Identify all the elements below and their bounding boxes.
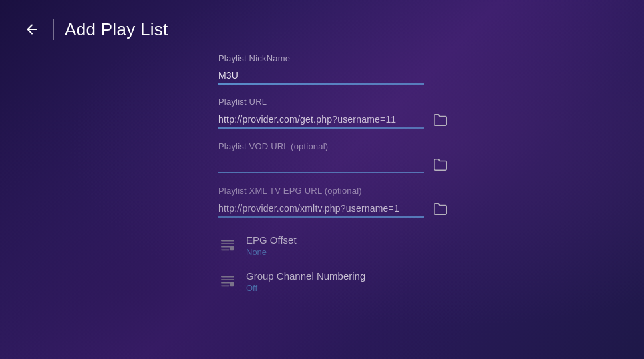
- epg-offset-value: None: [246, 247, 297, 257]
- group-channel-numbering-item[interactable]: Group Channel Numbering Off: [218, 266, 644, 293]
- svg-rect-9: [230, 282, 234, 286]
- nickname-row: [218, 67, 644, 85]
- epg-offset-item[interactable]: EPG Offset None: [218, 230, 644, 257]
- nickname-input[interactable]: [218, 67, 424, 85]
- form-content: Playlist NickName Playlist URL Playlist …: [0, 53, 644, 302]
- epg-url-folder-button[interactable]: [431, 200, 450, 218]
- epg-offset-text: EPG Offset None: [246, 234, 297, 257]
- url-row: [218, 111, 644, 129]
- back-button[interactable]: [21, 19, 43, 40]
- epg-url-input[interactable]: [218, 200, 424, 218]
- vod-url-field-group: Playlist VOD URL (optional): [218, 141, 644, 174]
- epg-url-label: Playlist XML TV EPG URL (optional): [218, 186, 644, 196]
- epg-offset-name: EPG Offset: [246, 234, 297, 246]
- header: Add Play List: [0, 0, 644, 53]
- url-label: Playlist URL: [218, 97, 644, 107]
- vod-url-row: [218, 155, 644, 174]
- group-channel-numbering-text: Group Channel Numbering Off: [246, 270, 365, 293]
- page-title: Add Play List: [65, 19, 168, 40]
- vod-url-label: Playlist VOD URL (optional): [218, 141, 644, 151]
- epg-url-field-group: Playlist XML TV EPG URL (optional): [218, 186, 644, 218]
- svg-rect-4: [230, 246, 234, 250]
- url-folder-button[interactable]: [431, 111, 450, 129]
- epg-offset-icon: [218, 236, 237, 254]
- url-field-group: Playlist URL: [218, 97, 644, 129]
- group-channel-numbering-value: Off: [246, 283, 365, 293]
- header-divider: [53, 19, 54, 40]
- url-input[interactable]: [218, 111, 424, 129]
- group-channel-numbering-name: Group Channel Numbering: [246, 270, 365, 282]
- epg-url-row: [218, 200, 644, 218]
- nickname-label: Playlist NickName: [218, 53, 644, 63]
- group-channel-numbering-icon: [218, 272, 237, 290]
- vod-url-folder-button[interactable]: [431, 155, 450, 174]
- vod-url-input[interactable]: [218, 156, 424, 173]
- nickname-field-group: Playlist NickName: [218, 53, 644, 85]
